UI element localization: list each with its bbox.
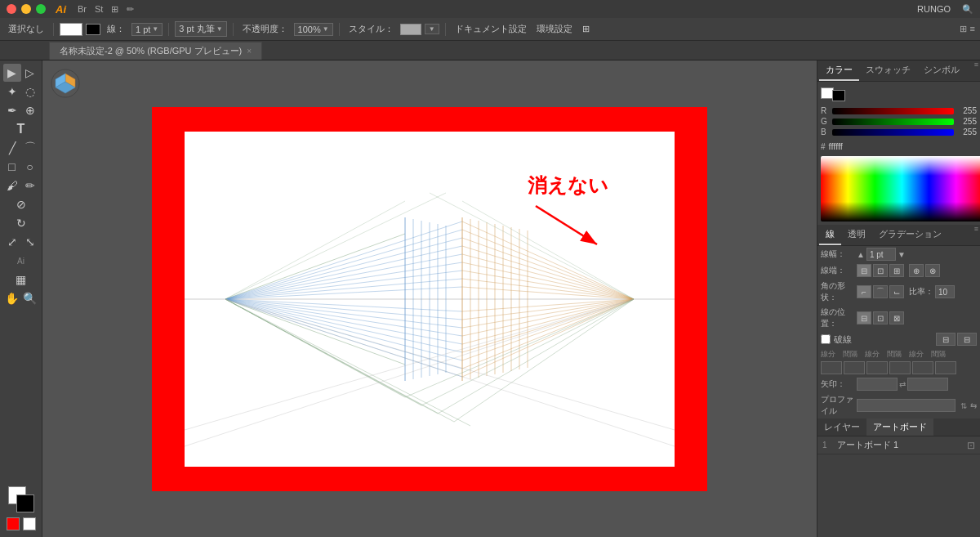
profile-selector[interactable] [857, 399, 956, 412]
corner-round[interactable]: ⌒ [873, 285, 888, 298]
tool-pair-warp: ⤢ ⤡ [3, 233, 39, 251]
tab-color[interactable]: カラー [819, 60, 859, 81]
tab-layers[interactable]: レイヤー [817, 418, 866, 436]
layer-options-icon[interactable]: ⊡ [967, 440, 975, 451]
extra-icon[interactable]: ⊞ [579, 22, 593, 36]
arrow-swap-icon[interactable]: ⇄ [899, 380, 906, 389]
line-tool[interactable]: ╱ [3, 139, 21, 157]
warp-tool[interactable]: ⤡ [21, 233, 39, 251]
arrow-start[interactable] [857, 378, 898, 391]
cap-butt[interactable]: ⊟ [857, 264, 871, 277]
direct-selection-tool[interactable]: ▷ [21, 64, 39, 82]
tab-gradient[interactable]: グラデーション [872, 225, 948, 245]
gap-input-1[interactable] [844, 361, 865, 374]
maximize-button[interactable] [36, 4, 46, 14]
minimize-button[interactable] [21, 4, 31, 14]
stroke-width-dropdown[interactable]: 1 pt ▼ [131, 23, 163, 36]
opacity-dropdown[interactable]: 100% ▼ [294, 23, 333, 36]
tab-artboard[interactable]: アートボード [866, 418, 933, 436]
bridge-icon[interactable]: Br [78, 4, 87, 14]
hand-tool[interactable]: ✋ [3, 289, 21, 307]
layer-row-1[interactable]: 1 アートボード 1 ⊡ [817, 436, 980, 454]
tab-transparency[interactable]: 透明 [841, 225, 872, 245]
hex-value[interactable]: ffffff [829, 141, 843, 151]
fill-color-box[interactable] [60, 23, 82, 36]
green-slider[interactable] [832, 119, 954, 125]
dash-input-1[interactable] [821, 361, 842, 374]
ai-tool[interactable]: Ai [3, 252, 39, 270]
pos-center[interactable]: ⊟ [857, 311, 871, 324]
background-color[interactable] [16, 494, 34, 512]
stroke-swatch[interactable] [832, 90, 845, 101]
corner-miter[interactable]: ⌐ [857, 285, 871, 298]
document-tab[interactable]: 名称未設定-2 @ 50% (RGB/GPU プレビュー) × [49, 42, 262, 60]
gap-input-3[interactable] [935, 361, 956, 374]
color-picker-gradient[interactable] [821, 156, 980, 222]
stroke-width-dropdown-btn[interactable]: ▼ [898, 250, 906, 259]
document-settings-btn[interactable]: ドキュメント設定 [452, 21, 530, 37]
zoom-tool[interactable]: 🔍 [21, 289, 39, 307]
red-slider[interactable] [832, 108, 954, 114]
profile-flip-icon[interactable]: ⇅ [960, 401, 967, 410]
grid-icon[interactable]: ⊞ [111, 4, 118, 15]
panel-toggle-icon[interactable]: ≡ [970, 24, 975, 34]
gap-input-2[interactable] [889, 361, 911, 374]
cap-square[interactable]: ⊞ [889, 264, 904, 277]
arrow-end[interactable] [907, 378, 948, 391]
stroke-width-input[interactable] [866, 248, 896, 261]
dash-opt-1[interactable]: ⊟ [936, 333, 956, 346]
tab-close-button[interactable]: × [247, 47, 252, 56]
blue-slider[interactable] [832, 129, 954, 136]
more-icon-2[interactable]: ⊗ [925, 264, 940, 277]
cap-round[interactable]: ⊡ [873, 264, 888, 277]
pos-inside[interactable]: ⊡ [873, 311, 888, 324]
dashes-checkbox[interactable] [821, 334, 831, 344]
corner-bevel[interactable]: ⌙ [889, 285, 904, 298]
rotate-tool[interactable]: ↻ [3, 214, 39, 232]
stroke-width-up[interactable]: ▲ [857, 250, 865, 259]
arc-tool[interactable]: ⌒ [21, 139, 39, 157]
style-dropdown[interactable]: ▼ [425, 24, 439, 34]
close-button[interactable] [7, 4, 16, 14]
arrange-icon[interactable]: ⊞ [960, 24, 967, 34]
anchor-tool[interactable]: ⊕ [21, 101, 39, 119]
pen-tool[interactable]: ✒ [3, 101, 21, 119]
chart-tool[interactable]: ▦ [3, 271, 39, 289]
search-icon[interactable]: 🔍 [962, 4, 973, 15]
tab-swatch[interactable]: スウォッチ [859, 60, 917, 81]
toolbar-separator-2 [168, 23, 169, 36]
tool-pair-paint: 🖌 ✏ [3, 177, 39, 195]
ellipse-tool[interactable]: ○ [21, 158, 39, 176]
white-color-box[interactable] [23, 517, 36, 530]
pencil-tool[interactable]: ✏ [21, 177, 39, 195]
tab-symbol[interactable]: シンボル [917, 60, 966, 81]
dash-input-2[interactable] [866, 361, 888, 374]
canvas-area[interactable]: 消えない [42, 60, 817, 537]
pos-outside[interactable]: ⊠ [889, 311, 904, 324]
dash-input-3[interactable] [912, 361, 933, 374]
lasso-tool[interactable]: ◌ [21, 83, 39, 101]
scale-tool[interactable]: ⤢ [3, 233, 21, 251]
stock-icon[interactable]: St [95, 4, 103, 14]
stroke-collapse-btn[interactable]: ≡ [974, 225, 978, 245]
left-toolbar: ▶ ▷ ✦ ◌ ✒ ⊕ T ╱ ⌒ □ ○ 🖌 ✏ ⊘ ↻ ⤢ ⤡ Ai [0, 60, 42, 537]
tab-stroke[interactable]: 線 [819, 225, 841, 245]
selection-tool[interactable]: ▶ [3, 64, 21, 82]
magic-wand-tool[interactable]: ✦ [3, 83, 21, 101]
ratio-input[interactable] [935, 285, 955, 298]
dash-opt-2[interactable]: ⊟ [957, 333, 977, 346]
cap-label: 線端： [821, 265, 853, 276]
more-icon[interactable]: ⊕ [909, 264, 924, 277]
type-tool[interactable]: T [3, 120, 39, 138]
env-settings-btn[interactable]: 環境設定 [533, 21, 576, 37]
stroke-color-box[interactable] [86, 24, 100, 35]
paintbrush-tool[interactable]: 🖌 [3, 177, 21, 195]
style-box[interactable] [400, 24, 421, 35]
red-color-box[interactable] [7, 517, 20, 530]
brush-icon[interactable]: ✏ [127, 4, 134, 15]
profile-flip-h-icon[interactable]: ⇆ [970, 401, 977, 410]
brush-dropdown[interactable]: 3 pt 丸筆 ▼ [175, 21, 226, 37]
rect-tool[interactable]: □ [3, 158, 21, 176]
eraser-tool[interactable]: ⊘ [3, 195, 39, 213]
panel-collapse-btn[interactable]: ≡ [974, 60, 978, 81]
